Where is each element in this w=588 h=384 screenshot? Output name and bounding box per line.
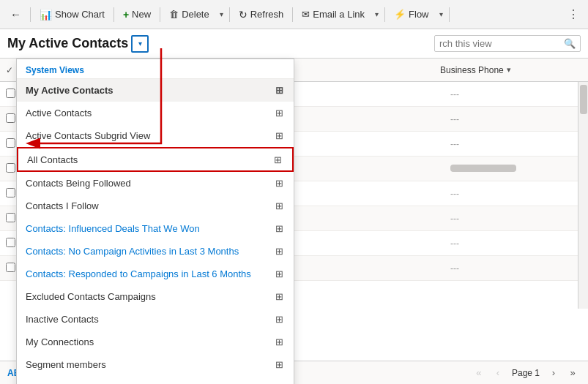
- checkmark-icon: ✓: [6, 65, 13, 75]
- row-phone: ---: [450, 263, 582, 274]
- pagination: « ‹ Page 1 › »: [471, 365, 581, 381]
- dropdown-item-my-connections[interactable]: My Connections ⊞: [17, 331, 294, 353]
- dropdown-item-inactive-contacts[interactable]: Inactive Contacts ⊞: [17, 308, 294, 331]
- row-phone: ---: [450, 89, 582, 99]
- row-phone: ---: [450, 214, 582, 224]
- view-title-dropdown-button[interactable]: ▾: [131, 35, 149, 53]
- dropdown-item-label: My Active Contacts: [26, 85, 113, 96]
- page-next-button[interactable]: ›: [546, 365, 562, 381]
- view-header: My Active Contacts ▾ 🔍 System Views My A…: [0, 29, 588, 59]
- delete-button[interactable]: 🗑 Delete: [163, 6, 215, 23]
- email-link-button[interactable]: ✉ Email a Link: [296, 6, 371, 23]
- separator-3: [160, 7, 160, 22]
- separator-6: [384, 7, 385, 22]
- row-phone: ---: [450, 189, 582, 199]
- row-check-input[interactable]: [6, 263, 15, 272]
- dropdown-item-my-active-contacts[interactable]: My Active Contacts ⊞: [17, 79, 294, 102]
- delete-label: Delete: [182, 9, 209, 20]
- delete-icon: 🗑: [169, 9, 179, 20]
- dropdown-item-contacts-i-follow[interactable]: Contacts I Follow ⊞: [17, 195, 294, 217]
- separator-4: [229, 7, 230, 22]
- row-check-input[interactable]: [6, 238, 15, 247]
- separator-5: [292, 7, 293, 22]
- back-button[interactable]: ←: [4, 5, 27, 23]
- search-input[interactable]: [439, 38, 564, 49]
- pin-icon: ⊞: [273, 358, 285, 370]
- row-check-input[interactable]: [6, 213, 15, 222]
- row-phone: ---: [450, 139, 582, 149]
- new-button[interactable]: + New: [117, 6, 157, 23]
- row-phone: ---: [450, 238, 582, 249]
- search-icon[interactable]: 🔍: [564, 38, 576, 49]
- dropdown-item-contacts-being-followed[interactable]: Contacts Being Followed ⊞: [17, 172, 294, 195]
- dropdown-item-label: Active Contacts: [26, 108, 92, 118]
- page-label: Page 1: [509, 368, 543, 378]
- more-button[interactable]: ⋮: [563, 4, 584, 24]
- col-phone-label: Business Phone: [440, 65, 504, 75]
- new-label: New: [132, 9, 151, 20]
- dropdown-item-segment-members[interactable]: Segment members ⊞: [17, 353, 294, 376]
- show-chart-label: Show Chart: [55, 9, 105, 20]
- dropdown-item-influenced-deals[interactable]: Contacts: Influenced Deals That We Won ⊞: [17, 217, 294, 240]
- dropdown-item-label: Inactive Contacts: [26, 314, 99, 325]
- dropdown-item-active-contacts[interactable]: Active Contacts ⊞: [17, 102, 294, 124]
- phone-blur: [450, 165, 516, 172]
- refresh-button[interactable]: ↻ Refresh: [233, 6, 290, 23]
- dropdown-item-label: Excluded Contacts Campaigns: [26, 291, 156, 302]
- pin-icon: ⊞: [273, 313, 285, 325]
- dropdown-item-selected-contacts-campaigns[interactable]: Selected Contacts Campaigns ⊞: [17, 376, 294, 384]
- vertical-scrollbar[interactable]: [578, 82, 588, 309]
- toolbar: ← 📊 Show Chart + New 🗑 Delete ▾ ↻ Refres…: [0, 0, 588, 29]
- grid-col-phone[interactable]: Business Phone ▾: [440, 65, 572, 75]
- show-chart-icon: 📊: [40, 9, 52, 20]
- delete-dropdown-arrow[interactable]: ▾: [217, 7, 226, 21]
- refresh-label: Refresh: [250, 9, 284, 20]
- dropdown-item-label: Contacts: No Campaign Activities in Last…: [26, 246, 239, 257]
- flow-button[interactable]: ⚡ Flow: [388, 6, 434, 23]
- pin-icon: ⊞: [273, 107, 285, 118]
- pin-icon: ⊞: [273, 177, 285, 189]
- pin-icon: ⊞: [273, 245, 285, 257]
- row-check-input[interactable]: [6, 163, 15, 173]
- pin-icon: ⊞: [273, 268, 285, 279]
- dropdown-item-label: All Contacts: [27, 154, 78, 165]
- page-last-button[interactable]: »: [565, 365, 581, 381]
- row-check-input[interactable]: [6, 89, 15, 98]
- pin-icon: ⊞: [273, 84, 285, 96]
- dropdown-item-label: My Connections: [26, 336, 94, 347]
- row-check-input[interactable]: [6, 138, 15, 148]
- page-first-button[interactable]: «: [471, 365, 487, 381]
- dropdown-item-responded-campaigns[interactable]: Contacts: Responded to Campaigns in Last…: [17, 263, 294, 285]
- row-phone: [450, 164, 582, 174]
- view-title: My Active Contacts: [7, 36, 128, 51]
- separator-7: [449, 7, 450, 22]
- view-dropdown: System Views My Active Contacts ⊞ Active…: [16, 59, 294, 384]
- scrollbar-thumb[interactable]: [580, 85, 587, 114]
- email-label: Email a Link: [313, 9, 365, 20]
- row-check-input[interactable]: [6, 113, 15, 123]
- pin-icon: ⊞: [273, 381, 285, 384]
- show-chart-button[interactable]: 📊 Show Chart: [34, 6, 111, 23]
- refresh-icon: ↻: [239, 9, 248, 20]
- dropdown-item-label: Segment members: [26, 359, 106, 370]
- pin-icon: ⊞: [273, 222, 285, 234]
- flow-icon: ⚡: [394, 9, 406, 20]
- dropdown-item-label: Contacts: Influenced Deals That We Won: [26, 223, 200, 234]
- dropdown-item-active-contacts-subgrid[interactable]: Active Contacts Subgrid View ⊞: [17, 124, 294, 147]
- pin-icon: ⊞: [273, 129, 285, 141]
- page-prev-button[interactable]: ‹: [490, 365, 506, 381]
- dropdown-item-label: Contacts I Follow: [26, 200, 99, 211]
- flow-dropdown-arrow[interactable]: ▾: [436, 7, 446, 21]
- separator-1: [30, 7, 31, 22]
- dropdown-item-all-contacts[interactable]: All Contacts ⊞: [17, 147, 294, 172]
- col-phone-filter-icon[interactable]: ▾: [507, 65, 511, 75]
- email-dropdown-arrow[interactable]: ▾: [372, 7, 382, 21]
- row-phone: ---: [450, 114, 582, 124]
- new-icon: +: [123, 9, 129, 20]
- dropdown-item-excluded-contacts[interactable]: Excluded Contacts Campaigns ⊞: [17, 285, 294, 308]
- dropdown-item-no-campaign[interactable]: Contacts: No Campaign Activities in Last…: [17, 240, 294, 263]
- row-check-input[interactable]: [6, 188, 15, 197]
- pin-icon: ⊞: [273, 290, 285, 302]
- separator-2: [113, 7, 114, 22]
- flow-label: Flow: [409, 9, 428, 20]
